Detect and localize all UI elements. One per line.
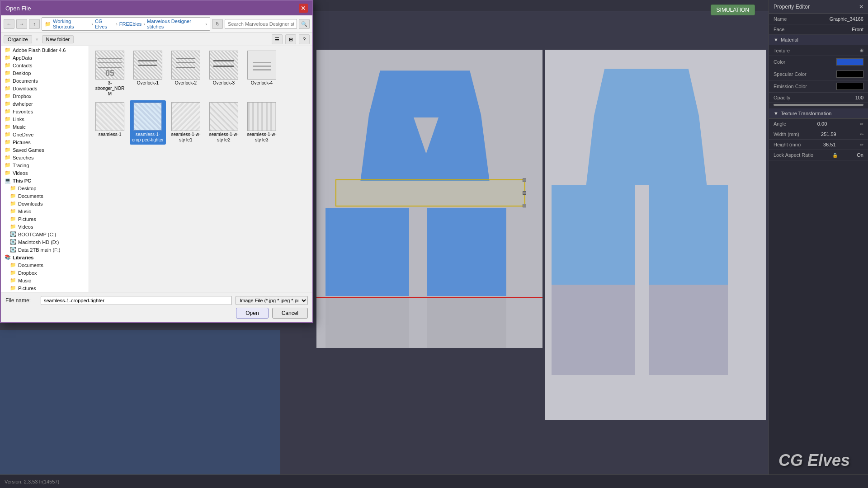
nav-item-this-pc[interactable]: 💻 This PC: [1, 177, 89, 184]
nav-item-data2tb[interactable]: 💽 Data 2TB main (F:): [1, 246, 89, 253]
nav-forward-button[interactable]: →: [16, 19, 27, 29]
addr-part-4[interactable]: Marvelous Designer stitches: [147, 19, 203, 29]
nav-item-contacts[interactable]: 📁 Contacts: [1, 61, 89, 69]
refresh-button[interactable]: ↻: [212, 19, 223, 29]
nav-up-button[interactable]: ↑: [29, 19, 40, 29]
help-button[interactable]: ?: [299, 34, 310, 44]
file-item-overlock1[interactable]: Overlock-1: [130, 49, 166, 99]
nav-item-music[interactable]: 📁 Music: [1, 123, 89, 131]
file-thumb-overlock3: [209, 51, 238, 80]
nav-folder-icon-23: 📁: [10, 224, 16, 230]
nav-item-dropbox[interactable]: 📁 Dropbox: [1, 92, 89, 100]
emission-swatch[interactable]: [836, 83, 863, 90]
nav-item-dwhelper[interactable]: 📁 dwhelper: [1, 100, 89, 108]
nav-item-favorites[interactable]: 📁 Favorites: [1, 108, 89, 115]
nav-item-pictures2[interactable]: 📁 Pictures: [1, 215, 89, 223]
file-item-overlock2[interactable]: Overlock-2: [168, 49, 204, 99]
file-thumb-overlock1: [133, 51, 162, 80]
addr-part-2[interactable]: CG Elves: [95, 19, 114, 29]
nav-label-music: Music: [13, 124, 87, 130]
file-item-seamless1-cropped[interactable]: seamless-1-crop ped-tighter: [130, 100, 166, 145]
nav-item-links[interactable]: 📁 Links: [1, 115, 89, 123]
specular-label: Specular Color: [774, 71, 807, 77]
nav-item-onedrive[interactable]: 📁 OneDrive: [1, 131, 89, 138]
nav-folder-icon-22: 📁: [10, 216, 16, 222]
nav-item-lib-pictures[interactable]: 📁 Pictures: [1, 284, 89, 292]
search-input[interactable]: [225, 19, 297, 29]
material-section-chevron: ▼: [774, 37, 778, 42]
nav-item-bootcamp[interactable]: 💽 BOOTCAMP (C:): [1, 230, 89, 238]
filename-row: File name: Image File (*.jpg *.jpeg *.pn…: [5, 296, 308, 305]
view-list-button[interactable]: ☰: [272, 34, 283, 44]
nav-item-desktop[interactable]: 📁 Desktop: [1, 69, 89, 77]
nav-item-searches[interactable]: 📁 Searches: [1, 154, 89, 161]
nav-item-videos2[interactable]: 📁 Videos: [1, 223, 89, 230]
nav-item-downloads2[interactable]: 📁 Downloads: [1, 200, 89, 207]
addr-part-1[interactable]: Working Shortcuts: [53, 19, 90, 29]
garment-white-bottom-left: [326, 298, 409, 348]
nav-item-lib-music[interactable]: 📁 Music: [1, 277, 89, 284]
organize-button[interactable]: Organize: [4, 35, 32, 43]
file-item-seamless1-style1[interactable]: seamless-1-w-sty le1: [168, 100, 204, 145]
emission-label: Emission Color: [774, 84, 807, 89]
property-panel-close[interactable]: ✕: [859, 4, 863, 10]
nav-item-music2[interactable]: 📁 Music: [1, 207, 89, 215]
file-item-seamless1-style3[interactable]: seamless-1-w-sty le3: [244, 100, 280, 145]
garment-red-line: [316, 297, 542, 298]
nav-item-documents2[interactable]: 📁 Documents: [1, 192, 89, 200]
file-name-seamless1: seamless-1: [98, 132, 121, 137]
specular-color-row: Specular Color: [769, 68, 868, 80]
file-item-seamless1-style2[interactable]: seamless-1-w-sty le2: [206, 100, 242, 145]
texture-edit-icon[interactable]: ⊞: [859, 47, 863, 53]
nav-back-button[interactable]: ←: [4, 19, 14, 29]
open-button[interactable]: Open: [236, 308, 268, 319]
width-edit-icon[interactable]: ✏: [860, 132, 863, 137]
nav-item-libraries[interactable]: 📚 Libraries: [1, 253, 89, 261]
file-item-overlock4[interactable]: Overlock-4: [244, 49, 280, 99]
simulation-button[interactable]: SIMULATION: [711, 5, 755, 15]
filename-input[interactable]: [41, 296, 232, 305]
texture-transform-section[interactable]: ▼ Texture Transformation: [769, 108, 868, 119]
nav-item-videos[interactable]: 📁 Videos: [1, 169, 89, 177]
nav-item-lib-dropbox[interactable]: 📁 Dropbox: [1, 269, 89, 277]
nav-item-macintosh[interactable]: 💽 Macintosh HD (D:): [1, 238, 89, 246]
nav-item-tracing[interactable]: 📁 Tracing: [1, 161, 89, 169]
nav-item-saved-games[interactable]: 📁 Saved Games: [1, 146, 89, 154]
dialog-close-button[interactable]: ✕: [299, 4, 308, 13]
nav-item-documents[interactable]: 📁 Documents: [1, 77, 89, 84]
angle-edit-icon[interactable]: ✏: [860, 122, 863, 127]
file-item-overlock3[interactable]: Overlock-3: [206, 49, 242, 99]
nav-item-adobe[interactable]: 📁 Adobe Flash Builder 4.6: [1, 46, 89, 54]
property-panel: Property Editor ✕ Name Graphic_34166 Fac…: [769, 0, 868, 488]
new-folder-button[interactable]: New folder: [42, 35, 74, 43]
height-edit-icon[interactable]: ✏: [860, 142, 863, 147]
nav-item-appdata[interactable]: 📁 AppData: [1, 54, 89, 61]
view-grid-button[interactable]: ⊞: [285, 34, 296, 44]
addr-part-3[interactable]: FREEbies: [119, 21, 142, 27]
nav-item-lib-documents[interactable]: 📁 Documents: [1, 261, 89, 269]
specular-swatch[interactable]: [836, 70, 863, 78]
property-panel-title: Property Editor: [774, 4, 810, 10]
cancel-button[interactable]: Cancel: [272, 308, 308, 319]
width-value: 251.59: [821, 131, 836, 137]
file-item-seamless1[interactable]: seamless-1: [92, 100, 128, 145]
material-section-header[interactable]: ▼ Material: [769, 35, 868, 45]
nav-label-lib-music: Music: [18, 278, 87, 283]
nav-label-downloads: Downloads: [13, 86, 87, 91]
color-swatch[interactable]: [836, 58, 863, 66]
file-item-stronger[interactable]: 05 3-stronger_NOR M: [92, 49, 128, 99]
nav-item-desktop2[interactable]: 📁 Desktop: [1, 184, 89, 192]
search-button[interactable]: 🔍: [299, 19, 310, 29]
overlock3-line2: [213, 66, 234, 67]
nav-label-dropbox: Dropbox: [13, 94, 87, 99]
nav-library-icon: 📚: [5, 254, 11, 260]
file-thumb-seamless1-style1: [171, 102, 200, 131]
nav-item-pictures[interactable]: 📁 Pictures: [1, 138, 89, 146]
filetype-select[interactable]: Image File (*.jpg *.jpeg *.png *.: [236, 296, 308, 305]
files-scroll-area: 05 3-stronger_NOR M: [89, 46, 312, 292]
dialog-title: Open File: [5, 5, 31, 12]
face-label: Face: [774, 27, 784, 32]
nav-item-downloads[interactable]: 📁 Downloads: [1, 84, 89, 92]
opacity-slider-track[interactable]: [774, 104, 863, 106]
color-label: Color: [774, 59, 785, 65]
